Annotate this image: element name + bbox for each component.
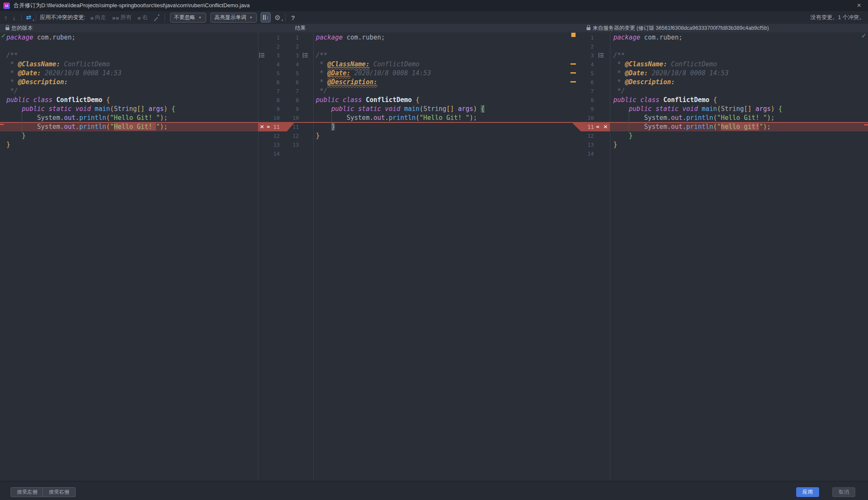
warning-stripe-dash[interactable]	[570, 72, 576, 74]
code-line: package com.ruben;	[6, 33, 76, 42]
error-stripe-conflict-mark[interactable]	[0, 124, 4, 125]
code-token: )	[763, 123, 767, 131]
code-token: System	[644, 123, 667, 131]
apply-all-non-conflicting-button[interactable]: ⇄▾	[25, 14, 33, 21]
title-bar: IJ 合并修订为D:\file\idea\IdeaProjects\simple…	[0, 0, 868, 11]
next-change-button[interactable]: ↓	[10, 14, 19, 21]
warning-stripe-square[interactable]	[571, 33, 576, 37]
code-line: public static void main(String[] args) {	[316, 105, 485, 114]
code-token: /**	[316, 51, 327, 59]
code-token: 2020/10/8 0008 14:53	[350, 69, 431, 77]
code-token: *	[6, 78, 18, 86]
cancel-button[interactable]: 取消	[832, 487, 855, 497]
warning-stripe-dash[interactable]	[570, 63, 576, 65]
align-changes-icon[interactable]	[599, 53, 605, 58]
code-token: *	[316, 69, 327, 77]
help-button[interactable]: ?	[289, 14, 298, 21]
line-number: 2	[281, 42, 299, 51]
code-line: public static void main(String[] args) {	[613, 105, 782, 114]
line-number: 6	[258, 78, 280, 87]
code-line: * @Description:	[613, 78, 675, 87]
previous-change-button[interactable]: ↑	[2, 14, 10, 21]
align-changes-icon[interactable]	[303, 53, 309, 58]
line-number: 1	[575, 33, 594, 42]
code-token: *	[6, 60, 18, 68]
code-token: /**	[6, 51, 18, 59]
code-token: ;	[72, 34, 76, 41]
line-number: 8	[281, 96, 299, 105]
line-number: 2	[258, 42, 280, 51]
apply-left-change-icon[interactable]: »	[267, 122, 270, 131]
toolbar-separator	[165, 14, 165, 21]
code-token: (	[110, 105, 114, 113]
viewer-mode-toggle[interactable]: ↕	[261, 12, 271, 23]
accept-left-button[interactable]: 接受左侧	[11, 487, 44, 497]
code-token: ;	[473, 114, 477, 122]
code-token: }	[6, 141, 10, 148]
code-token: }	[331, 123, 335, 131]
line-number: 9	[281, 105, 299, 114]
code-token: .	[76, 114, 79, 122]
code-token: println	[686, 123, 713, 131]
ignore-right-change-icon[interactable]: ×	[603, 122, 608, 131]
code-token: {	[713, 96, 717, 104]
code-token: "	[759, 123, 763, 131]
magic-resolve-icon[interactable]	[153, 14, 159, 21]
settings-gear-icon[interactable]: ⚙▾	[272, 14, 282, 22]
align-changes-icon[interactable]	[259, 53, 266, 58]
code-token: String	[721, 105, 744, 113]
ignore-policy-dropdown[interactable]: 不要忽略▼	[170, 13, 206, 23]
merge-dialog-window: IJ 合并修订为D:\file\idea\IdeaProjects\simple…	[0, 0, 868, 500]
pane-headers: 您的版本 结果 来自服务器的变更 (修订版 36561f6308dca96333…	[0, 24, 868, 32]
code-token: package	[316, 34, 343, 41]
bottom-bar: 接受左侧 接受右侧 应用 取消	[0, 481, 868, 500]
code-token: public static void	[331, 105, 400, 113]
apply-to-right-button[interactable]: «右	[137, 14, 148, 21]
apply-to-left-button[interactable]: »向左	[90, 14, 106, 21]
apply-nonconflict-label: 应用不冲突的变更:	[40, 14, 86, 21]
code-line: package com.ruben;	[316, 33, 385, 42]
code-token: @ClassName:	[18, 60, 60, 68]
chevron-down-icon: ▼	[250, 16, 253, 20]
code-token: []	[744, 105, 752, 113]
code-line: System.out.println("hello git!");	[613, 122, 771, 131]
highlight-policy-dropdown[interactable]: 高亮显示单词▼	[210, 13, 257, 23]
code-token: System	[346, 114, 369, 122]
code-token: )	[771, 105, 774, 113]
warning-stripe-dash[interactable]	[570, 81, 576, 82]
code-token	[6, 114, 37, 122]
code-token	[640, 34, 644, 41]
code-token	[316, 114, 346, 122]
gutter-divider	[313, 32, 314, 481]
code-token: args	[755, 105, 771, 113]
apply-all-sides-button[interactable]: »«所有	[112, 14, 132, 21]
line-number: 6	[575, 78, 594, 87]
close-icon[interactable]: ×	[854, 0, 864, 11]
apply-right-change-icon[interactable]: «	[596, 122, 599, 131]
line-number: 7	[258, 87, 280, 96]
code-token: ;	[679, 34, 683, 41]
code-token	[6, 123, 37, 131]
accept-right-button[interactable]: 接受右侧	[43, 487, 76, 497]
code-token: String	[114, 105, 137, 113]
code-token: )	[160, 114, 164, 122]
code-token	[167, 105, 171, 113]
error-stripe-conflict-mark[interactable]	[864, 124, 868, 125]
code-token: @ClassName:	[625, 60, 667, 68]
code-token	[709, 96, 713, 104]
code-token	[613, 105, 629, 113]
code-token: */	[613, 87, 625, 95]
line-number: 8	[258, 96, 280, 105]
code-line: System.out.println("Hello Git! ");	[6, 122, 167, 131]
code-token: {	[481, 105, 485, 113]
apply-button[interactable]: 应用	[796, 487, 819, 497]
code-token	[613, 132, 629, 139]
code-line: }	[6, 140, 10, 149]
ignore-left-change-icon[interactable]: ×	[260, 122, 264, 131]
line-number: 6	[281, 78, 299, 87]
code-token: println	[686, 114, 713, 122]
code-token: ;	[767, 123, 771, 131]
code-token	[316, 123, 331, 131]
code-line: * @Date: 2020/10/8 0008 14:53	[316, 69, 431, 78]
code-token: public class	[613, 96, 659, 104]
